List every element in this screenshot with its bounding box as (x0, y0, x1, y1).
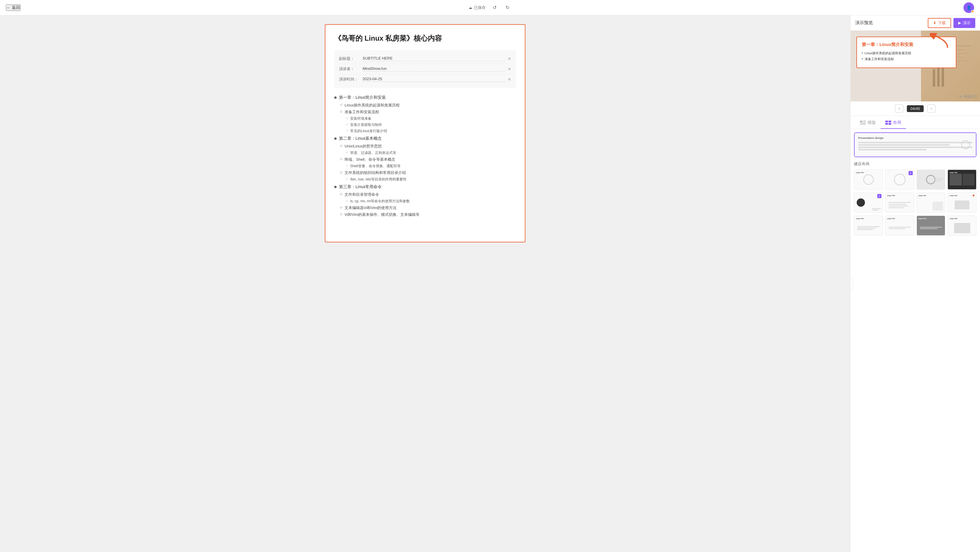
tab-template[interactable]: 模版 (855, 117, 881, 129)
layout-item-12[interactable]: page title (948, 216, 977, 236)
back-button[interactable]: ← 返回 (6, 5, 21, 11)
c3-l2-1-dot (340, 193, 342, 195)
eye-icon: 👁 (959, 95, 962, 99)
panel-tabs: 模版 布局 (851, 117, 980, 129)
subtitle-value[interactable]: SUBTITLE HERE (363, 56, 505, 61)
layout-item-8[interactable]: page title (948, 192, 977, 213)
preview-bullet-2: 准备工作和安装流程 (862, 57, 951, 61)
layout-4-col-2 (963, 174, 974, 186)
tpl-circle-decor (961, 140, 970, 149)
layout-6-line-4 (889, 207, 904, 208)
subtitle-close-icon[interactable]: ✕ (508, 56, 511, 61)
layout-6-line-1 (889, 202, 911, 203)
layout-item-9[interactable]: page title (854, 216, 883, 236)
layout-4-col-1 (950, 174, 961, 186)
layout-1-inner: page title (854, 170, 883, 189)
c3-l2-1-title: 文件和目录管理命令 (340, 192, 516, 197)
collapse-panel-button[interactable]: › (850, 278, 853, 290)
layout-9-inner: page title (854, 216, 883, 235)
layout-item-11[interactable]: page title (916, 216, 945, 236)
layout-5-v-badge: V (877, 194, 881, 198)
c2-l2-1: Unix/Linux的哲学思想 管道、过滤器、正则表达式等 (334, 144, 516, 155)
l3-3-dot (346, 130, 348, 132)
layout-2-v-badge: V (908, 171, 913, 175)
hide-slide-button[interactable]: 👁 隐藏此页 (959, 94, 978, 99)
svg-rect-12 (863, 122, 866, 122)
chapter2-title: 第二章：Linux基本概念 (334, 136, 516, 141)
c2-l3-2-text: Shell变量、命令替换、通配符等 (350, 163, 401, 169)
layout-5-line-2 (872, 209, 878, 211)
avatar[interactable]: 👤 (964, 2, 974, 13)
layout-3-line-3 (935, 181, 941, 182)
template-preview-lines (858, 142, 972, 151)
layout-11-inner: page title (917, 216, 945, 235)
layout-item-7[interactable]: page title (916, 192, 945, 213)
c2-l2-3-children: /bin, /usr, /etc等目录的作用和重要性 (334, 177, 516, 182)
layout-6-line-3 (889, 206, 908, 206)
layout-item-1[interactable]: page title (854, 170, 883, 190)
outline-chapter3: 第三章：Linux常用命令 文件和目录管理命令 (334, 184, 516, 217)
c2-l2-1-title: Unix/Linux的哲学思想 (340, 144, 516, 149)
layout-item-5[interactable]: V (854, 192, 883, 213)
time-value[interactable]: 2023-04-25 (363, 77, 505, 82)
outline-chapter2: 第二章：Linux基本概念 Unix/Linux的哲学思想 (334, 136, 516, 182)
back-arrow-icon: ← (6, 5, 11, 10)
c2-l3-2: Shell变量、命令替换、通配符等 (334, 163, 516, 169)
back-label: 返回 (12, 5, 20, 10)
time-close-icon[interactable]: ✕ (508, 77, 511, 82)
svg-rect-13 (860, 123, 866, 124)
selected-template[interactable]: Presentation design (854, 132, 977, 157)
c2-l2-2-dot (340, 158, 342, 160)
l2-2-text: 准备工作和安装流程 (345, 109, 379, 115)
meta-table: 副标题： SUBTITLE HERE ✕ 演讲者： MindShow.fun ✕… (334, 50, 516, 88)
redo-button[interactable]: ↻ (503, 3, 512, 12)
layout-grid-row3: page title page title (854, 216, 977, 236)
subtitle-label: 副标题： (339, 56, 363, 61)
layout-item-6[interactable]: page title (885, 192, 914, 213)
svg-rect-14 (860, 124, 866, 125)
layout-5-right-lines (872, 208, 881, 211)
layout-8-inner: page title (948, 193, 976, 212)
c2-l2-2-title: 终端、Shell、命令等基本概念 (340, 157, 516, 162)
present-button[interactable]: ▶ 演示 (953, 18, 975, 28)
layout-3-circle (926, 175, 935, 184)
c3-l2-3-text: Vi和Vim的基本操作、模式切换、文本编辑等 (345, 212, 420, 217)
c2-l3-1-row: 管道、过滤器、正则表达式等 (346, 151, 516, 155)
l3-3-row: 常见的Linux发行版介绍 (346, 128, 516, 133)
c2-l3-1: 管道、过滤器、正则表达式等 (334, 151, 516, 155)
layout-6-line-2 (889, 204, 906, 205)
next-slide-button[interactable]: › (927, 105, 935, 113)
layout-item-10[interactable]: page title (885, 216, 914, 236)
l3-1-row: 安装环境准备 (346, 116, 516, 121)
preview-title: 演示预览 (855, 20, 873, 25)
topbar-right: 👤 (964, 2, 974, 13)
layout-4-title: page title (950, 171, 957, 173)
undo-button[interactable]: ↺ (490, 3, 498, 12)
layout-item-2[interactable]: V (885, 170, 914, 190)
c3-l2-1-text: 文件和目录管理命令 (345, 192, 379, 197)
layout-6-title: page title (888, 195, 895, 197)
editor-area[interactable]: 《鸟哥的 Linux 私房菜》核心内容 副标题： SUBTITLE HERE ✕… (0, 15, 850, 552)
present-label: 演示 (963, 21, 970, 25)
layout-10-line-1 (889, 227, 911, 228)
chapter3-dot (334, 186, 337, 188)
template-tab-icon (860, 121, 866, 125)
layout-item-4[interactable]: page title (948, 170, 977, 190)
hide-slide-label: 隐藏此页 (964, 94, 978, 99)
templates-area[interactable]: Presentation design 建议布局 page (851, 129, 980, 552)
layout-7-title: page title (919, 195, 926, 197)
layout-tab-icon (885, 121, 891, 125)
layout-11-lines (920, 227, 942, 229)
avatar-notification-dot (971, 10, 974, 13)
layout-8-pin (973, 195, 974, 197)
topbar-center: ☁ 已保存 ↺ ↻ (468, 3, 512, 12)
download-button[interactable]: ⬇ 下载 (928, 18, 951, 28)
presenter-close-icon[interactable]: ✕ (508, 67, 511, 71)
tpl-line-1 (858, 142, 972, 143)
chapter1-title: 第一章：Linux简介和安装 (334, 95, 516, 100)
layout-item-3[interactable] (916, 170, 945, 190)
tab-layout[interactable]: 布局 (881, 117, 906, 129)
presenter-value[interactable]: MindShow.fun (363, 67, 505, 71)
prev-slide-button[interactable]: ‹ (895, 105, 903, 113)
preview-header: 演示预览 ⬇ 下载 ▶ 演示 (851, 15, 980, 31)
